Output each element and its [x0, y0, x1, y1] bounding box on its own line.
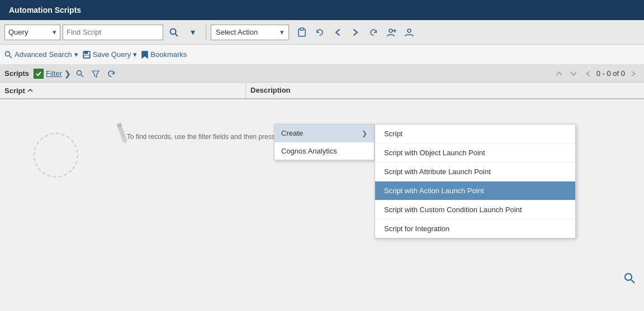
clipboard-button[interactable]	[293, 25, 310, 40]
svg-point-12	[77, 70, 81, 75]
cognos-analytics-menu-item[interactable]: Cognos Analytics	[274, 142, 374, 160]
submenu-item-5[interactable]: Script for Integration	[375, 219, 575, 238]
svg-point-8	[6, 51, 10, 56]
filter-checkbox[interactable]	[34, 69, 44, 79]
search-dropdown-button[interactable]: ▾	[184, 25, 201, 40]
search-button[interactable]	[165, 25, 182, 40]
col-description-header[interactable]: Description	[246, 83, 644, 98]
refresh-button[interactable]	[365, 25, 382, 40]
bookmarks-label: Bookmarks	[150, 50, 187, 59]
svg-rect-11	[84, 51, 88, 54]
pencil-decoration-icon	[108, 119, 138, 152]
col-script-header[interactable]: Script	[0, 83, 246, 98]
toolbar-row1: Query ▾ ▾ Select Action ▾	[0, 20, 644, 45]
submenu-item-3[interactable]: Script with Action Launch Point	[375, 181, 575, 200]
select-action-label: Select Action	[216, 28, 278, 36]
select-action-dropdown[interactable]: Select Action ▾	[211, 25, 289, 40]
create-label: Create	[281, 129, 303, 137]
script-submenu: Script Script with Object Launch Point S…	[375, 124, 576, 238]
table-search-button[interactable]	[73, 67, 87, 80]
svg-line-1	[176, 34, 178, 36]
undo-button[interactable]	[311, 25, 328, 40]
submenu-item-4[interactable]: Script with Custom Condition Launch Poin…	[375, 200, 575, 219]
bookmarks-button[interactable]: Bookmarks	[141, 50, 187, 59]
save-query-chevron-icon: ▾	[133, 50, 137, 59]
toolbar-icons	[293, 25, 418, 40]
person-button[interactable]	[401, 25, 418, 40]
column-headers: Script Description	[0, 83, 644, 99]
svg-line-19	[631, 280, 634, 283]
cognos-label: Cognos Analytics	[281, 147, 337, 155]
svg-line-13	[81, 75, 83, 77]
advanced-search-button[interactable]: Advanced Search ▾	[4, 50, 78, 59]
expand-icon[interactable]: ❯	[64, 69, 71, 78]
pagination: 0 - 0 of 0	[553, 67, 640, 80]
svg-point-7	[408, 29, 411, 32]
app-header: Automation Scripts	[0, 0, 644, 20]
svg-rect-3	[300, 28, 304, 30]
query-select-label: Query	[8, 28, 50, 36]
create-submenu-arrow-icon: ❯	[362, 130, 367, 137]
save-query-label: Save Query	[93, 50, 131, 59]
search-chevron-icon: ▾	[191, 27, 195, 37]
toolbar-row2: Advanced Search ▾ Save Query ▾ Bookmarks	[0, 45, 644, 65]
pagination-text: 0 - 0 of 0	[596, 69, 625, 78]
page-left-button[interactable]	[582, 67, 594, 80]
script-col-label: Script	[4, 87, 25, 95]
page-right-button[interactable]	[627, 67, 640, 80]
query-select-chevron-icon: ▾	[53, 28, 56, 36]
create-menu-item[interactable]: Create ❯	[274, 125, 374, 142]
circle-decoration	[34, 133, 78, 178]
sort-up-button[interactable]	[553, 67, 565, 80]
table-filter-button[interactable]	[89, 67, 102, 80]
submenu-item-1[interactable]: Script with Object Launch Point	[375, 143, 575, 162]
create-dropdown: Create ❯ Cognos Analytics	[274, 124, 375, 160]
submenu-item-0[interactable]: Script	[375, 125, 575, 143]
sort-down-button[interactable]	[567, 67, 580, 80]
select-action-chevron-icon: ▾	[280, 28, 284, 36]
table-header-row: Scripts Filter ❯	[0, 65, 644, 83]
save-query-button[interactable]: Save Query ▾	[83, 50, 138, 59]
app-title: Automation Scripts	[9, 6, 81, 15]
submenu-item-2[interactable]: Script with Attribute Launch Point	[375, 162, 575, 181]
filter-link[interactable]: Filter	[46, 69, 62, 78]
svg-point-4	[389, 29, 392, 32]
scripts-section-label: Scripts	[4, 69, 29, 78]
svg-marker-14	[92, 71, 99, 77]
advanced-search-chevron-icon: ▾	[74, 50, 78, 59]
svg-point-18	[625, 274, 632, 280]
person-add-button[interactable]	[383, 25, 400, 40]
table-refresh-button[interactable]	[105, 67, 118, 80]
bottom-search-icon[interactable]	[624, 272, 635, 286]
content-area: To find records, use the filter fields a…	[0, 99, 644, 291]
query-select[interactable]: Query ▾	[4, 25, 60, 40]
search-input[interactable]	[63, 25, 163, 40]
description-col-label: Description	[250, 86, 291, 94]
svg-line-9	[10, 56, 12, 58]
forward-button[interactable]	[347, 25, 364, 40]
svg-point-0	[171, 28, 176, 34]
advanced-search-label: Advanced Search	[15, 50, 72, 59]
separator1	[206, 25, 206, 40]
back-button[interactable]	[329, 25, 346, 40]
